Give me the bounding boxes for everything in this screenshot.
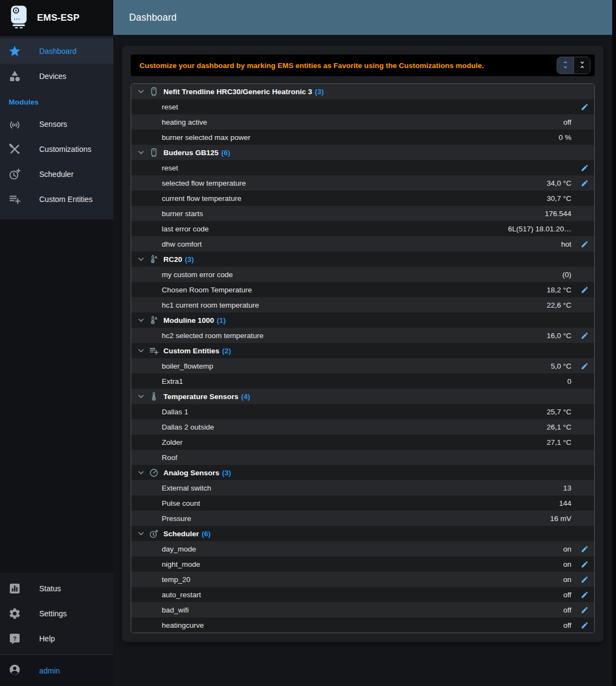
entity-row: Pressure16 mV xyxy=(131,511,594,526)
sidebar-item-customizations[interactable]: Customizations xyxy=(0,137,113,162)
sidebar-item-custom-entities[interactable]: Custom Entities xyxy=(0,187,113,212)
entity-value: 6L(517) 18.01.20… xyxy=(508,225,571,233)
chevron-down-icon xyxy=(136,467,147,478)
edit-pencil-icon[interactable] xyxy=(581,545,589,553)
entity-label: Extra1 xyxy=(162,377,183,385)
entity-row: day_modeon xyxy=(131,541,594,556)
group-row-moduline-1000[interactable]: AModuline 1000(1) xyxy=(131,313,594,328)
entity-label: selected flow temperature xyxy=(162,179,246,187)
entity-label: burner starts xyxy=(162,210,203,218)
gauge-icon xyxy=(148,467,159,478)
sidebar-item-sensors[interactable]: Sensors xyxy=(0,112,113,137)
main-area: Dashboard Customize your dashboard by ma… xyxy=(113,0,612,686)
entity-row: bad_wifioff xyxy=(131,602,594,617)
svg-text:?: ? xyxy=(13,635,17,642)
group-name: RC20 xyxy=(163,255,182,264)
chevron-down-icon xyxy=(136,391,147,402)
entity-row: hc1 current room temperature22,6 °C xyxy=(131,297,594,313)
chevron-down-icon xyxy=(136,315,147,326)
edit-cell xyxy=(575,419,589,434)
page-scrollbar[interactable] xyxy=(612,0,616,686)
group-row-nefit-trendline-hrc30-generic-heatronic-3[interactable]: Nefit Trendline HRC30/Generic Heatronic … xyxy=(131,84,594,99)
expand-all-button[interactable] xyxy=(557,57,574,74)
entity-value: 18,2 °C xyxy=(547,286,571,294)
edit-cell xyxy=(575,602,589,617)
boiler-icon xyxy=(148,147,159,158)
playlist-add-dev-icon xyxy=(148,345,159,356)
entity-row: Roof xyxy=(131,450,594,465)
group-row-scheduler[interactable]: Scheduler(6) xyxy=(131,526,594,541)
thermostat-auto-icon: A xyxy=(148,254,159,265)
thermometer-icon xyxy=(148,391,159,402)
entity-row: last error code6L(517) 18.01.20… xyxy=(131,221,594,236)
sidebar-item-admin[interactable]: admin xyxy=(0,655,113,686)
edit-pencil-icon[interactable] xyxy=(581,164,589,172)
edit-pencil-icon[interactable] xyxy=(581,332,589,340)
entity-value: 144 xyxy=(559,499,571,507)
svg-text:A: A xyxy=(154,316,157,321)
entity-label: burner selected max power xyxy=(162,133,251,142)
sidebar-item-scheduler[interactable]: Scheduler xyxy=(0,162,113,187)
group-row-temperature-sensors[interactable]: Temperature Sensors(4) xyxy=(131,389,594,404)
expand-collapse-button-group xyxy=(557,57,590,74)
unfold-less-icon xyxy=(577,60,587,71)
group-count: (6) xyxy=(202,530,211,538)
sidebar-item-status[interactable]: Status xyxy=(0,576,113,601)
entity-row: boiler_flowtemp5,0 °C xyxy=(131,358,594,373)
sidebar-item-help[interactable]: ?Help xyxy=(0,626,113,651)
edit-pencil-icon[interactable] xyxy=(581,362,589,370)
sidebar-item-label: Help xyxy=(39,634,55,643)
entity-value: 0 xyxy=(567,377,571,385)
edit-pencil-icon[interactable] xyxy=(581,606,589,614)
sidebar-item-label: Devices xyxy=(39,72,66,81)
sidebar-item-devices[interactable]: Devices xyxy=(0,64,113,89)
edit-cell xyxy=(575,328,589,343)
entity-value: off xyxy=(563,118,571,126)
entity-value: off xyxy=(563,606,571,614)
sidebar-item-settings[interactable]: Settings xyxy=(0,601,113,626)
appbar: Dashboard xyxy=(113,0,612,35)
edit-cell xyxy=(575,404,589,419)
edit-cell xyxy=(575,617,589,633)
entity-label: reset xyxy=(162,103,178,111)
sidebar-item-dashboard[interactable]: Dashboard xyxy=(0,39,113,64)
group-row-custom-entities[interactable]: Custom Entities(2) xyxy=(131,343,594,358)
edit-cell xyxy=(575,511,589,526)
edit-pencil-icon[interactable] xyxy=(581,560,589,568)
group-name: Moduline 1000 xyxy=(163,316,214,324)
edit-cell xyxy=(575,297,589,313)
sidebar-header: EMS-ESP xyxy=(0,0,113,36)
edit-pencil-icon[interactable] xyxy=(581,286,589,294)
page-title: Dashboard xyxy=(129,12,176,23)
group-count: (2) xyxy=(222,347,231,355)
collapse-all-button[interactable] xyxy=(574,57,590,74)
entity-row: heatingcurveoff xyxy=(131,617,594,633)
entity-value: 5,0 °C xyxy=(551,362,571,370)
edit-cell xyxy=(575,587,589,602)
sidebar-item-label: Custom Entities xyxy=(39,195,93,204)
edit-pencil-icon[interactable] xyxy=(581,179,589,187)
entity-row: burner starts176.544 xyxy=(131,206,594,221)
edit-cell xyxy=(575,99,589,114)
edit-cell xyxy=(575,206,589,221)
notice-text: Customize your dashboard by marking EMS … xyxy=(139,62,557,70)
edit-pencil-icon[interactable] xyxy=(581,591,589,599)
entity-value: 16,0 °C xyxy=(547,332,571,340)
entity-value: 25,7 °C xyxy=(547,408,571,416)
edit-pencil-icon[interactable] xyxy=(581,575,589,584)
sidebar: EMS-ESP DashboardDevicesModulesSensorsCu… xyxy=(0,0,113,686)
entity-value: off xyxy=(563,591,571,599)
group-row-rc20[interactable]: ARC20(3) xyxy=(131,252,594,267)
gear-icon xyxy=(8,607,21,620)
group-row-buderus-gb125[interactable]: Buderus GB125(6) xyxy=(131,145,594,160)
edit-pencil-icon[interactable] xyxy=(581,240,589,248)
chevron-down-icon xyxy=(136,528,147,539)
edit-cell xyxy=(575,114,589,130)
entity-value: 22,6 °C xyxy=(547,301,571,309)
group-row-analog-sensors[interactable]: Analog Sensors(3) xyxy=(131,465,594,480)
entity-label: heating active xyxy=(162,118,207,126)
status-icon xyxy=(8,582,21,595)
entity-row: current flow temperature30,7 °C xyxy=(131,191,594,206)
edit-pencil-icon[interactable] xyxy=(581,103,589,111)
edit-pencil-icon[interactable] xyxy=(581,621,589,629)
